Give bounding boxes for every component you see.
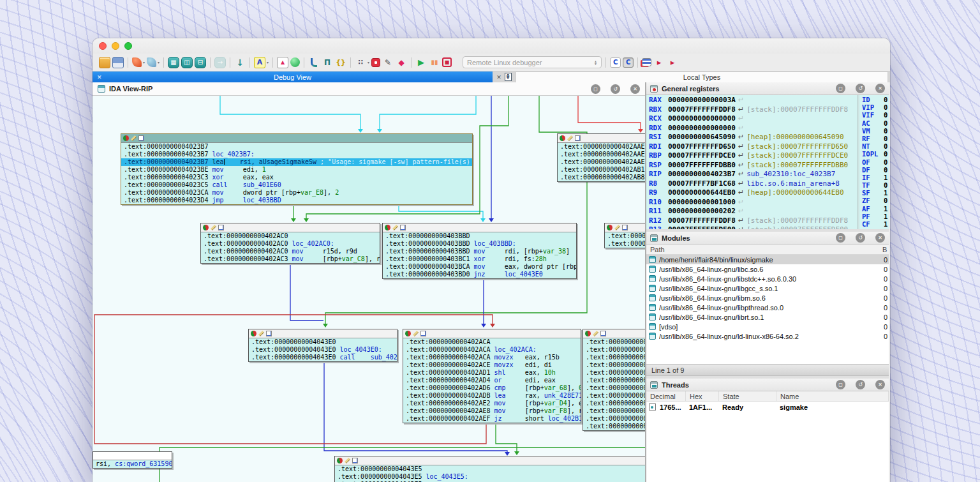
chart-icon[interactable] [352, 458, 358, 463]
register-row[interactable]: RCX0000000000000000↵ [646, 114, 857, 124]
module-row[interactable]: /usr/lib/x86_64-linux-gnu/libpthread.so.… [646, 303, 889, 312]
strings-icon[interactable] [254, 57, 265, 68]
breakpoint-icon[interactable] [203, 225, 209, 230]
base-column-header[interactable]: B [882, 246, 889, 253]
flag-row[interactable]: RF0 [859, 135, 889, 142]
flag-row[interactable]: ID0 [859, 96, 889, 103]
nav-forward-icon[interactable] [147, 57, 156, 67]
float-icon[interactable]: ↺ [856, 233, 865, 243]
chart-icon[interactable] [400, 225, 406, 230]
sphere-icon[interactable] [290, 57, 300, 67]
close-window-button[interactable] [99, 42, 107, 50]
basic-block-loc_402AAE[interactable]: .text:0000000000402AAE.text:000000000040… [557, 133, 645, 182]
flag-row[interactable]: PF1 [859, 213, 889, 220]
module-row[interactable]: /usr/lib/x86_64-linux-gnu/libc.so.60 [646, 264, 889, 274]
decimal-column-header[interactable]: Decimal [646, 391, 686, 401]
nav-back-icon[interactable] [132, 57, 142, 67]
float-icon[interactable]: ↺ [611, 84, 620, 94]
dropdown-caret-icon[interactable]: ▾ [267, 60, 269, 64]
breakpoint-icon[interactable] [251, 331, 256, 336]
flag-list[interactable]: ID0VIP0VIF0AC0VM0RF0NT0IOPL0OF0DF0IF1TF0… [859, 95, 889, 229]
threads-column-header[interactable]: Decimal Hex State Name [646, 391, 889, 402]
dropdown-caret-icon[interactable]: ▾ [143, 60, 145, 64]
breakpoint-icon[interactable] [337, 458, 343, 463]
flag-row[interactable]: TF0 [859, 181, 889, 189]
register-row[interactable]: R1200007FFFFFFFDDF8↵[stack]:00007FFFFFFF… [646, 216, 857, 226]
chart-icon[interactable] [420, 331, 426, 336]
zoom-window-button[interactable] [124, 42, 132, 50]
close-icon[interactable]: ✕ [496, 74, 501, 80]
basic-block-loc_4043E5[interactable]: .text:00000000004043E5.text:000000000040… [334, 456, 645, 482]
breakpoint-icon[interactable] [385, 225, 390, 230]
flag-row[interactable]: AC0 [859, 119, 889, 127]
tab-local-types[interactable]: Local Types [516, 72, 888, 82]
module-row[interactable]: [vdso]0 [646, 322, 889, 331]
step-into-icon[interactable] [610, 57, 621, 68]
close-panel-icon[interactable]: ✕ [875, 84, 885, 93]
bp-diamond-icon[interactable] [396, 57, 407, 68]
register-row[interactable]: RAX000000000000003A↵ [646, 96, 857, 105]
basic-block-loc_402AC0[interactable]: .text:0000000000402AC0.text:000000000040… [200, 223, 380, 264]
register-row[interactable]: RSI0000000000645090↵[heap]:0000000000645… [646, 133, 857, 142]
view-grid-icon[interactable] [168, 57, 179, 68]
basic-block-clipped-right-2[interactable]: .text:000000000040.text:000000000040.tex… [583, 329, 645, 431]
chart-icon[interactable] [138, 135, 144, 141]
run-until-icon[interactable] [653, 57, 665, 68]
register-row[interactable]: RSP00007FFFFFFFDBB0↵[stack]:00007FFFFFFF… [646, 161, 857, 170]
flag-row[interactable]: CF1 [859, 220, 889, 228]
module-row[interactable]: /usr/lib/x86_64-linux-gnu/libstdc++.so.6… [646, 274, 889, 283]
breakpoint-icon[interactable] [585, 331, 591, 336]
tab-debug-view[interactable]: ✕ Debug View [93, 72, 493, 82]
edit-icon[interactable] [413, 331, 419, 336]
basic-block-loc_4043E0[interactable]: .text:00000000004043E0.text:000000000040… [248, 329, 397, 362]
edit-icon[interactable] [211, 225, 216, 230]
edit-icon[interactable] [258, 331, 264, 336]
register-row[interactable]: R90000000000644EB0↵[heap]:0000000000644E… [646, 188, 857, 198]
breakpoint-icon[interactable] [560, 135, 565, 141]
module-row[interactable]: /home/henri/flair84/bin/linux/sigmake0 [646, 255, 889, 264]
flag-row[interactable]: VIP0 [859, 103, 889, 111]
open-file-icon[interactable] [99, 57, 110, 68]
breakpoint-icon[interactable] [607, 225, 612, 230]
minimize-window-button[interactable] [112, 42, 119, 50]
register-list[interactable]: RAX000000000000003A↵RBX00007FFFFFFFDDF8↵… [646, 95, 857, 229]
module-row[interactable]: /usr/lib/x86_64-linux-gnu/ld-linux-x86-6… [646, 331, 889, 341]
basic-block-clipped-right-1[interactable]: .text:0000000000.text:0000000000 [604, 223, 645, 248]
flag-row[interactable]: NT0 [859, 142, 889, 150]
register-row[interactable]: RDX0000000000000000↵ [646, 124, 857, 133]
flag-row[interactable]: ZF0 [859, 197, 889, 204]
name-column-header[interactable]: Name [776, 391, 889, 401]
flag-row[interactable]: VIF0 [859, 111, 889, 119]
debugger-select[interactable]: Remote Linux debugger ▲▼ [463, 56, 602, 68]
register-row[interactable]: R800007FFFF7BF1C68↵libc.so.6:main_arena+… [646, 179, 857, 189]
close-panel-icon[interactable]: ✕ [875, 233, 885, 243]
register-row[interactable]: RBX00007FFFFFFFDDF8↵[stack]:00007FFFFFFF… [646, 105, 857, 115]
chart-icon[interactable] [600, 331, 606, 336]
module-row[interactable]: /usr/lib/x86_64-linux-gnu/libm.so.60 [646, 293, 889, 303]
edit-icon[interactable] [392, 225, 398, 230]
bp-list-icon[interactable] [371, 58, 380, 67]
basic-block-clipped-left[interactable]: rsi, cs:qword_631590 [93, 451, 172, 469]
close-panel-icon[interactable]: ✕ [875, 380, 885, 389]
edit-icon[interactable] [131, 135, 137, 141]
dbg-braces-icon[interactable] [335, 57, 346, 68]
modules-column-header[interactable]: Path B [646, 245, 889, 255]
close-panel-icon[interactable]: ✕ [630, 84, 640, 94]
module-row[interactable]: /usr/lib/x86_64-linux-gnu/librt.so.10 [646, 312, 889, 322]
dock-icon[interactable]: ◻ [836, 380, 845, 389]
chart-icon[interactable] [575, 135, 581, 141]
register-row[interactable]: RBP00007FFFFFFFDCE0↵[stack]:00007FFFFFFF… [646, 151, 857, 161]
edit-icon[interactable] [345, 458, 350, 463]
stop-icon[interactable] [442, 57, 452, 67]
flag-row[interactable]: SF1 [859, 189, 889, 197]
flag-row[interactable]: IF1 [859, 174, 889, 181]
edit-icon[interactable] [614, 225, 620, 230]
basic-block-loc_403BBD[interactable]: .text:0000000000403BBD.text:000000000040… [382, 223, 577, 279]
float-icon[interactable]: ↺ [856, 84, 865, 93]
bp-edit-icon[interactable] [382, 57, 394, 68]
jump-down-icon[interactable] [234, 57, 246, 68]
flag-row[interactable]: OF0 [859, 158, 889, 166]
image-icon[interactable] [277, 57, 288, 68]
dock-icon[interactable]: ◻ [836, 233, 845, 243]
view-mem-icon[interactable] [195, 57, 206, 68]
